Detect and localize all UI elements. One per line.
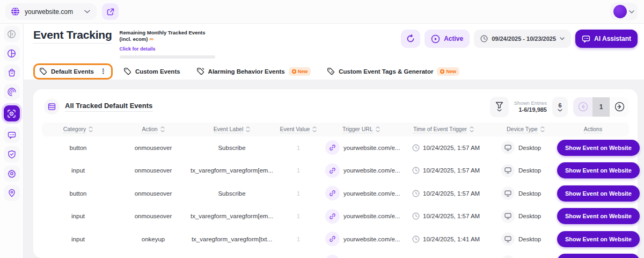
time-text: 10/24/2025, 1:41 AM (423, 236, 480, 242)
cell-trigger-url[interactable]: yourwebsite.com/e... (325, 255, 407, 258)
table-row: input onkeyup tx_varegform_varegform[txt… (42, 250, 629, 258)
trigger-url-text: yourwebsite.com/e... (343, 190, 400, 197)
chevron-down-icon (629, 10, 634, 13)
cell-event-value: 1 (272, 190, 325, 197)
gear-icon (8, 169, 16, 178)
link-icon (329, 213, 336, 220)
link-icon (329, 190, 336, 197)
column-header-event-value[interactable]: Event Value (272, 126, 325, 133)
cell-category: button (42, 145, 114, 151)
sidebar-item-settings[interactable] (4, 166, 20, 182)
sidebar-item-event-tracking[interactable] (4, 105, 20, 121)
monitor-icon (504, 190, 511, 197)
cell-trigger-url[interactable]: yourwebsite.com/e... (325, 232, 407, 246)
tag-icon (39, 67, 47, 75)
cell-action: onkeyup (114, 236, 192, 242)
infinity-value: ∞ (149, 35, 153, 42)
cell-actions: Show Event on Website (557, 254, 640, 258)
column-header-event-label[interactable]: Event Label (192, 126, 272, 133)
device-text: Desktop (518, 190, 541, 197)
cell-time: 10/24/2025, 1:57 AM (407, 167, 497, 174)
table-row: input onmouseover tx_varegform_varegform… (42, 159, 629, 182)
cell-event-label: Subscribe (192, 145, 272, 151)
cell-device-type: Desktop (497, 255, 557, 258)
show-event-on-website-button[interactable]: Show Event on Website (557, 140, 640, 156)
user-menu[interactable] (610, 3, 638, 20)
next-page-button[interactable] (610, 97, 629, 117)
tab-options-kebab-icon[interactable]: ⋮ (100, 67, 107, 75)
clock-icon (412, 235, 420, 243)
column-header-trigger-url[interactable]: Trigger URL (325, 126, 407, 133)
cell-event-value: 1 (272, 167, 325, 174)
column-header-category[interactable]: Category (42, 126, 114, 133)
remaining-events-label: Remaining Monthly Tracked Events (incl. … (120, 30, 215, 43)
cell-trigger-url[interactable]: yourwebsite.com/e... (325, 140, 407, 155)
tab-custom-events[interactable]: Custom Events (118, 63, 186, 80)
cell-event-value: 1 (272, 213, 325, 219)
trigger-url-text: yourwebsite.com/e... (343, 213, 400, 219)
link-icon-wrap (325, 209, 340, 224)
column-header-device-type[interactable]: Device Type (497, 126, 557, 133)
trigger-url-text: yourwebsite.com/e... (343, 236, 400, 242)
show-event-on-website-button[interactable]: Show Event on Website (557, 162, 640, 178)
click-for-details-link[interactable]: Click for details (120, 46, 156, 52)
shown-entries: Shown Entries 1-6/19,985 (514, 100, 547, 114)
show-event-on-website-button[interactable]: Show Event on Website (557, 185, 640, 202)
show-event-on-website-button[interactable]: Show Event on Website (557, 231, 640, 247)
cell-device-type: Desktop (497, 141, 557, 154)
cell-actions: Show Event on Website (557, 208, 640, 224)
events-table-card: All Tracked Default Events Shown Entries… (33, 89, 638, 258)
sidebar-item-feedback[interactable] (4, 127, 20, 143)
tab-alarming-behavior-events[interactable]: Alarming Behavior Events New (191, 63, 317, 80)
open-website-button[interactable] (102, 3, 119, 20)
cell-device-type: Desktop (497, 210, 557, 223)
sidebar-item-analytics[interactable] (4, 45, 20, 61)
time-text: 10/24/2025, 1:57 AM (423, 190, 480, 197)
date-range-picker[interactable]: 09/24/2025 - 10/23/2025 (474, 30, 571, 48)
monitor-icon-wrap (501, 141, 515, 154)
sidebar-item-location[interactable] (4, 185, 20, 201)
show-event-on-website-button[interactable]: Show Event on Website (557, 254, 640, 258)
previous-page-button[interactable] (573, 97, 592, 117)
tab-custom-event-tags-generator[interactable]: Custom Event Tags & Generator New (321, 63, 465, 80)
cell-trigger-url[interactable]: yourwebsite.com/e... (325, 209, 407, 224)
cell-trigger-url[interactable]: yourwebsite.com/e... (325, 186, 407, 200)
chevron-down-icon (560, 37, 565, 40)
pagination: 1 (573, 97, 629, 117)
cell-event-label: tx_varegform_varegform[em... (192, 167, 272, 174)
cell-time: 10/24/2025, 1:57 AM (407, 190, 497, 197)
time-text: 10/24/2025, 1:57 AM (423, 145, 480, 151)
remaining-events-progress-bar (120, 55, 215, 59)
play-circle-icon (431, 34, 440, 44)
page-size-selector[interactable]: 6 (552, 97, 568, 117)
link-icon (329, 167, 336, 174)
monitor-icon (504, 145, 511, 151)
tracking-status-button[interactable]: Active (425, 30, 470, 48)
cell-trigger-url[interactable]: yourwebsite.com/e... (325, 163, 407, 178)
current-page[interactable]: 1 (592, 97, 610, 117)
sidebar-item-privacy[interactable] (4, 146, 20, 162)
link-icon-wrap (325, 232, 340, 246)
cell-actions: Show Event on Website (557, 231, 640, 247)
monitor-icon-wrap (501, 164, 515, 177)
ai-assistant-button[interactable]: AI Assistant (575, 30, 638, 48)
sidebar-item-recordings[interactable] (4, 84, 20, 100)
cell-device-type: Desktop (497, 232, 557, 246)
tag-generator-icon (327, 67, 335, 75)
tab-label: Alarming Behavior Events (208, 68, 285, 75)
show-event-on-website-button[interactable]: Show Event on Website (557, 208, 640, 224)
column-header-time[interactable]: Time of Event Trigger (407, 126, 497, 133)
cell-category: input (42, 213, 114, 219)
time-text: 10/24/2025, 1:57 AM (423, 167, 480, 174)
sidebar-item-collapse[interactable] (4, 26, 20, 42)
column-header-action[interactable]: Action (114, 126, 192, 133)
tab-label: Default Events (51, 68, 94, 75)
sidebar-item-shop[interactable] (4, 64, 20, 81)
cell-time: 10/24/2025, 1:57 AM (407, 144, 497, 152)
site-selector[interactable]: yourwebsite.com (5, 3, 97, 20)
tab-default-events[interactable]: Default Events ⋮ (33, 63, 113, 80)
shopping-bag-icon (8, 68, 16, 77)
filter-button[interactable] (490, 97, 509, 117)
refresh-button[interactable] (401, 30, 420, 48)
table-header-row: Category Action Event Label Event Value … (42, 123, 629, 137)
